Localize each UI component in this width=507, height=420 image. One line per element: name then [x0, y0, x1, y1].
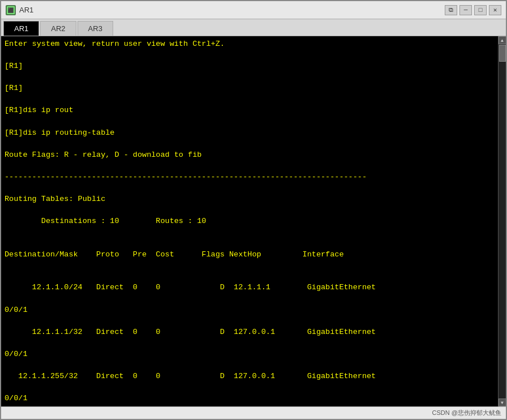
terminal-area: Enter system view, return user view with…: [1, 36, 506, 406]
terminal-line: Enter system view, return user view with…: [5, 38, 495, 50]
tab-ar2[interactable]: AR2: [40, 21, 76, 36]
terminal-line: 0/0/1: [5, 393, 495, 404]
terminal-line: Destination/Mask Proto Pre Cost Flags Ne…: [5, 249, 495, 260]
minimize-button[interactable]: ─: [459, 5, 472, 15]
terminal-line: Routing Tables: Public: [5, 194, 495, 205]
scroll-up-arrow[interactable]: ▲: [499, 36, 506, 44]
scroll-thumb[interactable]: [499, 45, 506, 62]
terminal-line: ----------------------------------------…: [5, 172, 495, 183]
title-bar-left: ⬛ AR1: [6, 5, 33, 15]
terminal-line: 12.1.1.255/32 Direct 0 0 D 127.0.0.1 Gig…: [5, 371, 495, 382]
main-window: ⬛ AR1 ⧉ ─ □ ✕ AR1 AR2 AR3 Enter system v…: [0, 0, 507, 420]
terminal-line: Route Flags: R - relay, D - download to …: [5, 149, 495, 161]
svg-text:⬛: ⬛: [8, 7, 14, 13]
window-title: AR1: [19, 6, 33, 14]
status-text: CSDN @悲伤抑郁大鱿鱼: [432, 409, 501, 417]
window-controls: ⧉ ─ □ ✕: [445, 5, 501, 15]
terminal-line: 12.1.1.0/24 Direct 0 0 D 12.1.1.1 Gigabi…: [5, 282, 495, 293]
tabs-bar: AR1 AR2 AR3: [1, 19, 506, 36]
terminal-line: [R1]dis ip routing-table: [5, 127, 495, 139]
tab-ar1[interactable]: AR1: [3, 21, 39, 36]
terminal-line: [R1]dis ip rout: [5, 105, 495, 116]
terminal-line: [R1]: [5, 83, 495, 94]
close-button[interactable]: ✕: [489, 5, 501, 15]
terminal-line: 12.1.1.1/32 Direct 0 0 D 127.0.0.1 Gigab…: [5, 327, 495, 338]
terminal-output[interactable]: Enter system view, return user view with…: [1, 36, 498, 406]
scroll-track[interactable]: [499, 44, 506, 398]
restore-button[interactable]: ⧉: [445, 5, 457, 15]
scrollbar[interactable]: ▲ ▼: [498, 36, 506, 406]
maximize-button[interactable]: □: [474, 5, 487, 15]
status-bar: CSDN @悲伤抑郁大鱿鱼: [1, 406, 506, 419]
tab-ar3[interactable]: AR3: [78, 21, 113, 36]
terminal-line: 0/0/1: [5, 349, 495, 360]
title-bar: ⬛ AR1 ⧉ ─ □ ✕: [1, 1, 506, 19]
scroll-down-arrow[interactable]: ▼: [499, 398, 506, 406]
terminal-line: Destinations : 10 Routes : 10: [5, 216, 495, 227]
app-icon: ⬛: [6, 5, 16, 15]
terminal-line: 0/0/1: [5, 305, 495, 316]
terminal-line: [R1]: [5, 61, 495, 72]
